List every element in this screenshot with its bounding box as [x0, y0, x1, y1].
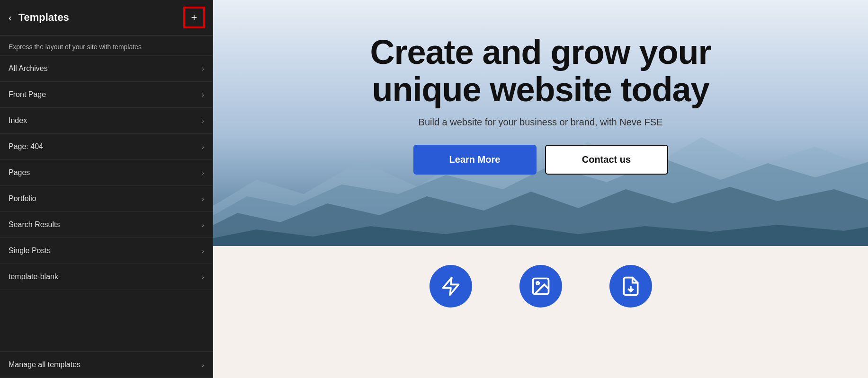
chevron-right-icon: › — [202, 247, 204, 255]
sidebar-header: ‹ Templates + — [0, 0, 213, 35]
chevron-right-icon: › — [202, 65, 204, 72]
sidebar-item-label: Front Page — [9, 90, 46, 99]
sidebar: ‹ Templates + Express the layout of your… — [0, 0, 213, 378]
sidebar-item-label: template-blank — [9, 273, 58, 281]
sidebar-item-pages[interactable]: Pages › — [0, 160, 213, 186]
sidebar-item-label: Search Results — [9, 220, 60, 229]
hero-subtitle: Build a website for your business or bra… — [370, 117, 711, 128]
chevron-right-icon: › — [202, 169, 204, 176]
image-icon — [530, 276, 551, 297]
sidebar-item-template-blank[interactable]: template-blank › — [0, 264, 213, 290]
chevron-right-icon: › — [202, 273, 204, 281]
add-template-button[interactable]: + — [184, 8, 204, 27]
chevron-right-icon: › — [202, 143, 204, 150]
sidebar-item-label: Portfolio — [9, 194, 36, 203]
feature-icon-circle-3 — [609, 265, 652, 308]
chevron-right-icon: › — [202, 117, 204, 124]
sidebar-item-single-posts[interactable]: Single Posts › — [0, 238, 213, 264]
feature-item-1 — [430, 265, 472, 369]
svg-point-5 — [536, 282, 539, 285]
sidebar-title: Templates — [18, 11, 69, 24]
hero-title: Create and grow your unique website toda… — [370, 34, 711, 108]
sidebar-header-left: ‹ Templates — [9, 11, 69, 24]
hero-text-container: Create and grow your unique website toda… — [370, 34, 711, 212]
chevron-right-icon: › — [202, 361, 204, 369]
learn-more-button[interactable]: Learn More — [413, 145, 537, 175]
sidebar-item-label: Manage all templates — [9, 360, 81, 369]
sidebar-item-label: Page: 404 — [9, 142, 43, 151]
feature-item-2 — [519, 265, 562, 369]
sidebar-footer: Manage all templates › — [0, 352, 213, 378]
chevron-right-icon: › — [202, 221, 204, 229]
sidebar-item-front-page[interactable]: Front Page › — [0, 82, 213, 108]
sidebar-subtitle: Express the layout of your site with tem… — [0, 35, 213, 56]
sidebar-item-portfolio[interactable]: Portfolio › — [0, 186, 213, 212]
sidebar-item-all-archives[interactable]: All Archives › — [0, 56, 213, 82]
document-download-icon — [620, 276, 641, 297]
lightning-bolt-icon — [440, 276, 461, 297]
feature-icon-circle-2 — [519, 265, 562, 308]
sidebar-list: All Archives › Front Page › Index › Page… — [0, 56, 213, 352]
hero-section: Create and grow your unique website toda… — [213, 0, 868, 246]
sidebar-item-label: Pages — [9, 168, 30, 177]
sidebar-item-search-results[interactable]: Search Results › — [0, 212, 213, 238]
main-preview: Create and grow your unique website toda… — [213, 0, 868, 378]
sidebar-item-index[interactable]: Index › — [0, 108, 213, 134]
sidebar-item-label: Index — [9, 116, 27, 125]
sidebar-item-label: Single Posts — [9, 246, 51, 255]
chevron-right-icon: › — [202, 195, 204, 202]
contact-us-button[interactable]: Contact us — [545, 145, 668, 175]
features-section — [213, 246, 868, 378]
sidebar-item-manage-all-templates[interactable]: Manage all templates › — [0, 352, 213, 378]
back-arrow[interactable]: ‹ — [9, 13, 12, 22]
chevron-right-icon: › — [202, 91, 204, 98]
hero-buttons: Learn More Contact us — [370, 145, 711, 175]
sidebar-item-page-404[interactable]: Page: 404 › — [0, 134, 213, 160]
sidebar-item-label: All Archives — [9, 64, 48, 73]
feature-item-3 — [609, 265, 652, 369]
feature-icon-circle-1 — [430, 265, 472, 308]
